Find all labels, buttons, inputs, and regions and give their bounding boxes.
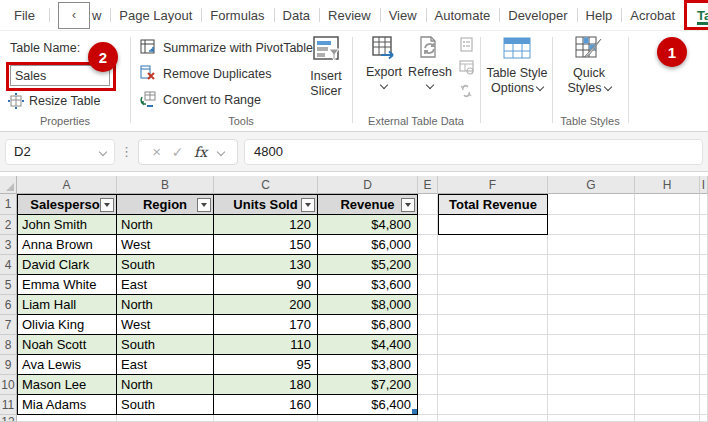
table-cell[interactable]: Olivia King — [17, 315, 117, 335]
table-cell[interactable]: Anna Brown — [17, 235, 117, 255]
table-cell[interactable]: $3,600 — [318, 275, 418, 295]
row-header-3[interactable]: 3 — [0, 235, 17, 255]
cell[interactable] — [438, 335, 548, 355]
column-header-i[interactable]: I — [700, 176, 708, 194]
quick-styles-button[interactable]: Quick Styles — [558, 35, 620, 96]
cell[interactable] — [438, 315, 548, 335]
table-cell[interactable]: East — [117, 275, 214, 295]
cell[interactable] — [548, 395, 635, 415]
table-cell[interactable]: South — [117, 255, 214, 275]
column-header-d[interactable]: D — [318, 176, 418, 194]
name-box[interactable]: D2 — [5, 139, 115, 165]
cell[interactable] — [548, 355, 635, 375]
tab-review[interactable]: Review — [319, 0, 380, 30]
cell[interactable] — [438, 235, 548, 255]
row-header-12[interactable]: 12 — [0, 415, 17, 422]
cell[interactable] — [438, 395, 548, 415]
cell[interactable] — [700, 375, 708, 395]
column-header-c[interactable]: C — [214, 176, 318, 194]
cell[interactable] — [438, 295, 548, 315]
tab-page-layout[interactable]: Page Layout — [110, 0, 201, 30]
cell[interactable] — [700, 395, 708, 415]
table-cell[interactable]: Mason Lee — [17, 375, 117, 395]
refresh-button[interactable]: Refresh — [408, 35, 452, 88]
summarize-pivottable-button[interactable]: Summarize with PivotTable — [140, 39, 313, 56]
formula-input[interactable]: 4800 — [244, 139, 703, 165]
cell[interactable] — [700, 415, 708, 422]
tab-partially-hidden[interactable]: ‹ w — [49, 0, 110, 30]
cell[interactable] — [418, 235, 438, 255]
cell[interactable] — [548, 315, 635, 335]
table-cell[interactable]: 170 — [214, 315, 318, 335]
cell[interactable] — [700, 335, 708, 355]
insert-slicer-button[interactable]: Insert Slicer — [300, 35, 352, 113]
export-button[interactable]: Export — [362, 35, 406, 88]
table-cell[interactable]: 95 — [214, 355, 318, 375]
table-cell[interactable]: 110 — [214, 335, 318, 355]
cell[interactable] — [635, 335, 700, 355]
row-header-10[interactable]: 10 — [0, 375, 17, 395]
table-cell[interactable]: South — [117, 395, 214, 415]
column-header-b[interactable]: B — [117, 176, 214, 194]
table-cell[interactable]: $3,800 — [318, 355, 418, 375]
table-cell[interactable]: $7,200 — [318, 375, 418, 395]
cell[interactable] — [438, 355, 548, 375]
cell[interactable] — [418, 295, 438, 315]
cell[interactable] — [548, 415, 635, 422]
cell[interactable] — [214, 415, 318, 422]
table-header-region[interactable]: Region — [117, 194, 214, 215]
table-cell[interactable]: 130 — [214, 255, 318, 275]
cell[interactable] — [117, 415, 214, 422]
table-cell[interactable]: North — [117, 215, 214, 235]
table-cell[interactable]: 200 — [214, 295, 318, 315]
cell[interactable] — [318, 415, 418, 422]
row-header-2[interactable]: 2 — [0, 215, 17, 235]
cell-h1[interactable] — [635, 194, 700, 215]
cell[interactable] — [700, 315, 708, 335]
cell[interactable] — [418, 255, 438, 275]
cell[interactable] — [548, 255, 635, 275]
tab-file[interactable]: File — [0, 0, 49, 30]
convert-to-range-button[interactable]: Convert to Range — [140, 91, 261, 108]
cell[interactable] — [548, 375, 635, 395]
cell[interactable] — [635, 235, 700, 255]
resize-table-button[interactable]: Resize Table — [8, 93, 100, 109]
cell[interactable] — [438, 275, 548, 295]
table-cell[interactable]: South — [117, 335, 214, 355]
table-cell[interactable]: 180 — [214, 375, 318, 395]
cell[interactable] — [17, 415, 117, 422]
table-header-units-sold[interactable]: Units Sold — [214, 194, 318, 215]
confirm-entry-icon[interactable]: ✓ — [172, 144, 184, 160]
table-cell[interactable]: Noah Scott — [17, 335, 117, 355]
insert-function-icon[interactable]: fx — [194, 144, 207, 160]
table-cell[interactable]: Mia Adams — [17, 395, 117, 415]
table-cell[interactable]: $8,000 — [318, 295, 418, 315]
cell[interactable] — [700, 215, 708, 235]
cell[interactable] — [700, 255, 708, 275]
open-in-browser-icon[interactable] — [459, 60, 474, 75]
cell-e1[interactable] — [418, 194, 438, 215]
table-cell-with-resize-handle[interactable]: $6,400 — [318, 395, 418, 415]
row-header-8[interactable]: 8 — [0, 335, 17, 355]
table-cell[interactable]: Liam Hall — [17, 295, 117, 315]
tab-view[interactable]: View — [380, 0, 426, 30]
data-range-properties-icon[interactable] — [459, 37, 474, 52]
cell[interactable] — [635, 255, 700, 275]
row-header-1[interactable]: 1 — [0, 194, 17, 215]
cell[interactable] — [548, 335, 635, 355]
table-cell[interactable]: North — [117, 295, 214, 315]
chevron-left-icon[interactable]: ‹ — [58, 2, 90, 29]
table-cell[interactable]: 160 — [214, 395, 318, 415]
table-cell[interactable]: North — [117, 375, 214, 395]
row-header-6[interactable]: 6 — [0, 295, 17, 315]
table-cell[interactable]: $6,000 — [318, 235, 418, 255]
total-revenue-value-cell[interactable] — [438, 215, 548, 235]
column-header-g[interactable]: G — [548, 176, 635, 194]
filter-dropdown-icon[interactable] — [301, 198, 315, 212]
cell[interactable] — [418, 395, 438, 415]
table-cell[interactable]: $5,200 — [318, 255, 418, 275]
table-cell[interactable]: West — [117, 235, 214, 255]
table-cell[interactable]: David Clark — [17, 255, 117, 275]
cell[interactable] — [700, 295, 708, 315]
cell[interactable] — [418, 315, 438, 335]
